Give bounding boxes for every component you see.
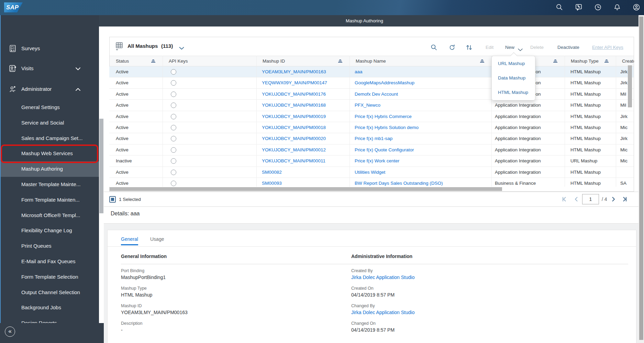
cell-mashup-id-link[interactable]: YOKUJOBCY_MAIN/PM00019 (262, 111, 326, 122)
api-key-radio[interactable] (171, 92, 176, 97)
sidebar-item-general-settings[interactable]: General Settings (1, 100, 100, 115)
cell-mashup-name-link[interactable]: PFX_Newco (355, 100, 380, 111)
cell-mashup-name-link[interactable]: aaa (355, 66, 363, 77)
menu-item-data-mashup[interactable]: Data Mashup (492, 71, 535, 85)
cell-mashup-id-link[interactable]: YOKUJOBCY_MAIN/PM00020 (262, 133, 326, 144)
api-key-radio[interactable] (171, 103, 176, 108)
table-row[interactable]: ActiveYOKUJOBCY_MAIN/PM00020Price f(x) m… (109, 133, 634, 144)
delete-button[interactable]: Delete (530, 45, 544, 50)
sidebar-item-surveys[interactable]: Surveys (1, 41, 100, 56)
edit-button[interactable]: Edit (486, 45, 493, 50)
sidebar-item-e-mail-and-fax-queues[interactable]: E-Mail and Fax Queues (1, 254, 100, 269)
cell-mashup-id-link[interactable]: YOKUJOBCY_MAIN/PM00168 (262, 100, 326, 111)
cell-mashup-name-link[interactable]: Price f(x) Work center (355, 156, 399, 167)
last-page-icon[interactable] (621, 196, 628, 202)
previous-page-icon[interactable] (573, 196, 579, 202)
refresh-icon[interactable] (449, 44, 456, 51)
deactivate-button[interactable]: Deactivate (557, 45, 579, 50)
cell-mashup-id-link[interactable]: YOKUJOBCY_MAIN/PM00012 (262, 144, 326, 156)
sidebar-item-administrator[interactable]: Administrator (1, 82, 100, 97)
column-header-created-by[interactable]: Created By (616, 56, 634, 66)
sidebar-item-flexibility-change-log[interactable]: Flexibility Change Log (1, 223, 100, 238)
sidebar-scrollbar-thumb[interactable] (99, 119, 103, 213)
field-value-changed-by-link[interactable]: Jirka Dolec Application Studio (351, 310, 557, 315)
view-selector-chevron-icon[interactable] (179, 45, 184, 51)
sort-toolbar-icon[interactable] (466, 44, 473, 51)
column-header-api-keys[interactable]: API Keys (163, 56, 256, 66)
cell-mashup-id-link[interactable]: YOEAM3LMY_MAIN/PM00163 (262, 66, 326, 77)
tab-general[interactable]: General (121, 236, 138, 242)
first-page-icon[interactable] (562, 196, 568, 202)
account-icon[interactable] (633, 3, 640, 11)
cell-mashup-name-link[interactable]: BW Report Days Sales Outstanding (DSO) (355, 178, 443, 187)
sidebar-item-visits[interactable]: Visits (1, 61, 100, 76)
sidebar-item-output-channel-selection[interactable]: Output Channel Selection (1, 285, 100, 300)
table-row[interactable]: ActiveYOKUJOBCY_MAIN/PM00018Price f(x) H… (109, 122, 634, 133)
cell-mashup-id-link[interactable]: YOKUJOBCY_MAIN/PM00176 (262, 89, 326, 100)
tab-usage[interactable]: Usage (150, 236, 164, 242)
sidebar-item-sales-and-campaign-set[interactable]: Sales and Campaign Set... (1, 131, 100, 146)
next-page-icon[interactable] (610, 196, 617, 202)
phone-chat-icon[interactable] (575, 3, 582, 11)
api-key-radio[interactable] (171, 181, 176, 186)
table-row[interactable]: InactiveYOKUJOBCY_MAIN/PM00011Price f(x)… (109, 156, 634, 167)
cell-mashup-name-link[interactable]: Utilities Widget (355, 167, 385, 178)
column-header-status[interactable]: Status (110, 56, 163, 66)
cell-mashup-name-link[interactable]: Demofx Dev Account (355, 89, 398, 100)
table-row[interactable]: ActiveYEQWWX09Y_MAIN/PM00147GoogleMapsAd… (109, 77, 634, 88)
notifications-icon[interactable] (613, 3, 621, 11)
table-search-icon[interactable] (431, 44, 437, 51)
cell-mashup-name-link[interactable]: GoogleMapsAddressMashup (355, 77, 414, 88)
api-key-radio[interactable] (171, 147, 176, 153)
new-chevron-icon[interactable] (518, 46, 523, 53)
sidebar-item-service-and-social[interactable]: Service and Social (1, 115, 100, 131)
new-button[interactable]: New (505, 45, 514, 50)
table-row[interactable]: ActiveYOKUJOBCY_MAIN/PM00019Price f(x) H… (109, 111, 634, 122)
cell-mashup-id-link[interactable]: YEQWWX09Y_MAIN/PM00147 (262, 77, 327, 88)
collapse-sidebar-icon[interactable]: « (5, 326, 15, 337)
window-scrollbar-thumb[interactable] (639, 17, 643, 340)
cell-mashup-id-link[interactable]: SM00082 (262, 167, 282, 178)
column-header-mashup-type[interactable]: Mashup Type (565, 56, 616, 66)
table-row[interactable]: ActiveYOKUJOBCY_MAIN/PM00176Demofx Dev A… (109, 89, 634, 100)
sidebar-item-background-jobs[interactable]: Background Jobs (1, 300, 100, 315)
cell-mashup-id-link[interactable]: YOKUJOBCY_MAIN/PM00018 (262, 122, 326, 133)
table-view-icon[interactable] (115, 42, 123, 52)
cell-mashup-name-link[interactable]: Price f(x) Quote Configurator (355, 144, 414, 156)
sidebar-item-mashup-authoring[interactable]: Mashup Authoring (1, 161, 100, 177)
column-header-mashup-name[interactable]: Mashup Name (349, 56, 491, 66)
cell-mashup-name-link[interactable]: Price f(x) Hybris Solution demo (355, 122, 419, 133)
sidebar-item-microsoft-office-templ[interactable]: Microsoft Office® Templ... (1, 208, 100, 223)
view-title[interactable]: All Mashups (127, 43, 158, 49)
table-row[interactable]: ActiveYOEAM3LMY_MAIN/PM00163aaaApplicati… (109, 66, 634, 77)
cell-mashup-id-link[interactable]: YOKUJOBCY_MAIN/PM00011 (262, 156, 325, 167)
field-value-created-by-link[interactable]: Jirka Dolec Application Studio (351, 275, 557, 280)
api-key-radio[interactable] (171, 114, 176, 119)
cell-mashup-id-link[interactable]: SM00093 (262, 178, 282, 187)
api-key-radio[interactable] (171, 136, 176, 141)
table-row[interactable]: ActiveYOKUJOBCY_MAIN/PM00012Price f(x) Q… (109, 144, 634, 156)
cell-mashup-name-link[interactable]: Price f(x) mb1-sap (355, 133, 392, 144)
column-header-mashup-id[interactable]: Mashup ID (256, 56, 349, 66)
search-icon[interactable] (556, 3, 563, 11)
table-scrollbar-thumb[interactable] (628, 65, 632, 107)
api-key-radio[interactable] (171, 80, 176, 86)
sidebar-item-form-template-selection[interactable]: Form Template Selection (1, 269, 100, 285)
table-row[interactable]: ActiveYOKUJOBCY_MAIN/PM00168PFX_NewcoApp… (109, 100, 634, 111)
api-key-radio[interactable] (171, 158, 176, 164)
table-row[interactable]: ActiveSM00093BW Report Days Sales Outsta… (109, 178, 634, 187)
cell-mashup-name-link[interactable]: Price f(x) Hybris Commerce (355, 111, 412, 122)
horizontal-scrollbar-thumb[interactable] (110, 187, 502, 191)
selection-checkbox[interactable] (109, 196, 116, 203)
sidebar-item-form-template-mainten[interactable]: Form Template Mainten... (1, 192, 100, 208)
menu-item-html-mashup[interactable]: HTML Mashup (492, 85, 535, 100)
api-key-radio[interactable] (171, 170, 176, 175)
table-row[interactable]: ActiveSM00082Utilities WidgetApplication… (109, 167, 634, 178)
api-key-radio[interactable] (171, 125, 176, 130)
sidebar-item-print-queues[interactable]: Print Queues (1, 238, 100, 254)
recent-activity-icon[interactable] (594, 3, 602, 11)
api-key-radio[interactable] (171, 69, 176, 75)
enter-api-keys-button[interactable]: Enter API Keys (592, 45, 623, 50)
page-number-input[interactable] (582, 194, 599, 204)
sidebar-item-master-template-mainte[interactable]: Master Template Mainte... (1, 177, 100, 192)
